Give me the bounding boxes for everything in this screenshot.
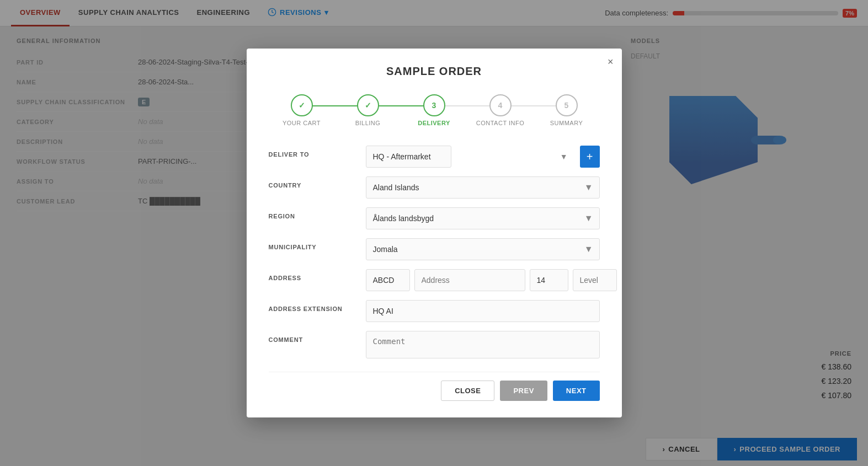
address-extension-label: ADDRESS EXTENSION xyxy=(269,300,357,312)
municipality-select[interactable]: Jomala Hammarland xyxy=(366,238,600,260)
form-row-country: COUNTRY Aland Islands Finland Sweden ▼ xyxy=(269,176,600,199)
form-row-comment: COMMENT xyxy=(269,331,600,361)
deliver-to-label: DELIVER TO xyxy=(269,146,357,158)
stepper-step-billing: ✓ BILLING xyxy=(335,94,401,126)
address-label: ADDRESS xyxy=(269,269,357,281)
region-label: REGION xyxy=(269,207,357,219)
stepper-label-contact: CONTACT INFO xyxy=(476,120,524,126)
address-street-input[interactable] xyxy=(366,269,410,291)
address-level-input[interactable] xyxy=(573,269,617,291)
address-number-input[interactable] xyxy=(530,269,568,291)
form-row-deliver-to: DELIVER TO HQ - Aftermarket Other Locati… xyxy=(269,146,600,168)
close-button[interactable]: CLOSE xyxy=(441,381,494,401)
stepper-step-cart: ✓ YOUR CART xyxy=(269,94,335,126)
form-row-address-extension: ADDRESS EXTENSION xyxy=(269,300,600,322)
address-name-input[interactable] xyxy=(414,269,525,291)
form-row-address: ADDRESS xyxy=(269,269,600,291)
country-select[interactable]: Aland Islands Finland Sweden xyxy=(366,176,600,199)
municipality-label: MUNICIPALITY xyxy=(269,238,357,250)
dialog-title: SAMPLE ORDER xyxy=(269,65,600,78)
stepper-label-billing: BILLING xyxy=(355,120,381,126)
sample-order-dialog: × SAMPLE ORDER ✓ YOUR CART ✓ BILLING 3 D… xyxy=(247,49,622,417)
stepper-label-delivery: DELIVERY xyxy=(418,120,450,126)
prev-button[interactable]: PREV xyxy=(500,381,547,401)
stepper-circle-summary: 5 xyxy=(556,94,578,116)
comment-textarea[interactable] xyxy=(366,331,600,358)
form-row-region: REGION Ålands landsbygd Mariehamn ▼ xyxy=(269,207,600,229)
stepper-circle-billing: ✓ xyxy=(357,94,379,116)
deliver-to-select[interactable]: HQ - Aftermarket Other Location xyxy=(366,146,451,168)
stepper-label-summary: SUMMARY xyxy=(550,120,583,126)
dialog-footer: CLOSE PREV NEXT xyxy=(269,372,600,401)
comment-label: COMMENT xyxy=(269,331,357,343)
stepper-label-cart: YOUR CART xyxy=(283,120,321,126)
address-extension-input[interactable] xyxy=(366,300,600,322)
form-row-municipality: MUNICIPALITY Jomala Hammarland ▼ xyxy=(269,238,600,260)
add-deliver-to-button[interactable]: + xyxy=(580,146,600,168)
stepper-circle-cart: ✓ xyxy=(291,94,313,116)
next-button[interactable]: NEXT xyxy=(553,381,600,401)
stepper-circle-contact: 4 xyxy=(489,94,512,116)
deliver-to-arrow-icon: ▼ xyxy=(560,152,568,161)
stepper: ✓ YOUR CART ✓ BILLING 3 DELIVERY 4 CONTA… xyxy=(269,94,600,126)
country-label: COUNTRY xyxy=(269,176,357,189)
stepper-step-summary: 5 SUMMARY xyxy=(534,94,600,126)
dialog-close-icon[interactable]: × xyxy=(608,57,614,67)
stepper-circle-delivery: 3 xyxy=(423,94,445,116)
stepper-step-contact: 4 CONTACT INFO xyxy=(467,94,534,126)
modal-overlay: × SAMPLE ORDER ✓ YOUR CART ✓ BILLING 3 D… xyxy=(0,0,868,466)
region-select[interactable]: Ålands landsbygd Mariehamn xyxy=(366,207,600,229)
stepper-step-delivery: 3 DELIVERY xyxy=(401,94,467,126)
